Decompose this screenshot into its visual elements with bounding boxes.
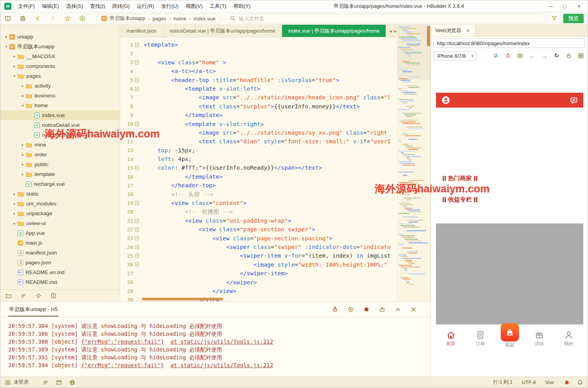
tree-item-home[interactable]: ▾home — [0, 101, 120, 110]
editor-tab[interactable]: index.vue | 帝启版本uniapp/pages/home — [282, 25, 386, 37]
tree-item-帝启版本uniapp[interactable]: ▾U帝启版本uniapp — [0, 42, 120, 51]
fold-toggle[interactable]: − — [135, 227, 139, 232]
expand-arrow-icon[interactable]: ▸ — [12, 201, 17, 206]
star-icon[interactable] — [64, 15, 71, 22]
expand-arrow-icon[interactable]: ▾ — [4, 44, 9, 49]
tree-item-uview-ui[interactable]: ▸uview-ui — [0, 218, 120, 228]
minimap[interactable] — [397, 25, 430, 301]
tree-item-pages[interactable]: ▾pages — [0, 71, 120, 81]
tree-item-pages.json[interactable]: [ ]pages.json — [0, 258, 120, 267]
console-link[interactable]: {"errMsg":"request:fail"} — [81, 362, 164, 368]
fold-toggle[interactable]: − — [135, 201, 139, 205]
editor-tab[interactable]: manifest.json — [120, 25, 163, 37]
expand-arrow-icon[interactable]: ▸ — [12, 192, 17, 196]
expand-arrow-icon[interactable]: ▸ — [20, 172, 26, 176]
chat-icon[interactable] — [570, 96, 578, 104]
tree-item-index.vue[interactable]: Vindex.vue — [0, 110, 120, 120]
nav-item-活动[interactable]: 活动 — [524, 325, 554, 352]
expand-arrow-icon[interactable]: ▸ — [12, 54, 17, 59]
debug-icon[interactable] — [332, 306, 339, 313]
new-folder-icon[interactable] — [5, 292, 12, 299]
tree-item-components[interactable]: ▸components — [0, 61, 120, 71]
fold-toggle[interactable]: − — [135, 254, 139, 258]
expand-arrow-icon[interactable]: ▸ — [12, 221, 17, 225]
stop-icon[interactable] — [363, 306, 370, 313]
nav-item-我的[interactable]: 我的 — [554, 325, 583, 352]
preview-button[interactable]: 预览 — [563, 14, 584, 23]
search-input[interactable] — [239, 16, 542, 22]
breadcrumb-item[interactable]: 帝启版本uniapp — [110, 15, 145, 22]
menu-跳转(G)[interactable]: 跳转(G) — [109, 0, 134, 12]
tree-item-noticeDetail.vue[interactable]: VnoticeDetail.vue — [0, 120, 120, 130]
tree-item-main.js[interactable]: JSmain.js — [0, 238, 120, 248]
menu-查找(I)[interactable]: 查找(I) — [86, 0, 108, 12]
tree-item-template[interactable]: ▸template — [0, 169, 120, 179]
menu-编辑(E)[interactable]: 编辑(E) — [38, 0, 62, 12]
collapse-icon[interactable] — [394, 306, 401, 313]
fold-toggle[interactable]: − — [135, 219, 139, 223]
horizontal-scrollbar[interactable] — [142, 298, 223, 300]
refresh-icon[interactable]: ↻ — [553, 52, 560, 59]
kill-icon[interactable] — [410, 306, 417, 313]
tree-item-public[interactable]: ▸public — [0, 159, 120, 169]
tree-item-App.vue[interactable]: VApp.vue — [0, 228, 120, 238]
fold-toggle[interactable]: − — [135, 43, 139, 47]
restart-icon[interactable] — [347, 306, 354, 313]
palette-icon[interactable] — [504, 52, 511, 59]
file-search-box[interactable] — [225, 14, 546, 23]
tree-item-noticeActivity.vue[interactable]: VnoticeActivity.vue — [0, 130, 120, 140]
breadcrumb-item[interactable]: pages — [152, 16, 166, 22]
minimize-button[interactable]: ─ — [544, 0, 558, 12]
expand-arrow-icon[interactable]: ▸ — [12, 211, 17, 216]
editor-tab[interactable]: noticeDetail.vue | 帝启版本uniapp/pages/home — [163, 25, 282, 37]
run-icon[interactable] — [79, 15, 86, 22]
menu-选择(S)[interactable]: 选择(S) — [62, 0, 86, 12]
expand-arrow-icon[interactable]: ▸ — [12, 64, 17, 68]
console-tab[interactable]: 帝启版本uniapp - H5 — [8, 302, 59, 317]
tree-item-recharge.vue[interactable]: Vrecharge.vue — [0, 179, 120, 189]
close-icon[interactable]: ✕ — [466, 28, 470, 33]
nav-item-商家[interactable]: 商家 — [495, 325, 524, 352]
url-input[interactable] — [433, 38, 585, 48]
expand-arrow-icon[interactable]: ▸ — [20, 84, 26, 88]
collapse-all-icon[interactable] — [20, 292, 27, 299]
menu-帮助(Y)[interactable]: 帮助(Y) — [230, 0, 254, 12]
expand-arrow-icon[interactable]: ▸ — [4, 35, 9, 39]
rotate-icon[interactable] — [492, 52, 499, 59]
locate-icon[interactable] — [35, 292, 42, 299]
tree-item-manifest.json[interactable]: { }manifest.json — [0, 248, 120, 258]
lock-icon[interactable] — [565, 52, 572, 59]
back-icon[interactable] — [34, 15, 41, 22]
encoding-indicator[interactable]: UTF-8 — [522, 380, 536, 385]
expand-arrow-icon[interactable]: ▸ — [20, 143, 26, 147]
menu-工具(T)[interactable]: 工具(T) — [206, 0, 230, 12]
avatar-icon[interactable] — [441, 95, 451, 105]
fold-toggle[interactable]: − — [135, 166, 139, 170]
expand-arrow-icon[interactable]: ▸ — [20, 93, 26, 98]
breadcrumb-item[interactable]: home — [174, 16, 187, 22]
tree-item-uniapp[interactable]: ▸Uuniapp — [0, 32, 120, 42]
fold-toggle[interactable]: − — [135, 122, 139, 126]
breadcrumb[interactable]: U 帝启版本uniapp›pages›home›index.vue — [97, 14, 220, 23]
language-mode[interactable]: Vue — [545, 380, 554, 385]
tab-scroll-right-icon[interactable]: ▸ — [394, 28, 396, 34]
expand-arrow-icon[interactable]: ▾ — [20, 103, 26, 108]
menu-视图(V)[interactable]: 视图(V) — [182, 0, 206, 12]
tree-item-README.en.md[interactable]: M↓README.en.md — [0, 267, 120, 277]
console-link[interactable]: at static/js/utils/Tools.js:212 — [170, 362, 273, 368]
browser-tab[interactable]: Web浏览器 ✕ — [431, 25, 475, 37]
fold-toggle[interactable]: − — [135, 245, 139, 249]
console-link[interactable]: at static/js/utils/Tools.js:212 — [170, 339, 273, 345]
console-link[interactable]: {"errMsg":"request:fail"} — [81, 339, 164, 345]
fold-toggle[interactable]: − — [135, 262, 139, 267]
save-icon[interactable] — [19, 15, 26, 22]
tree-item-activity[interactable]: ▸activity — [0, 81, 120, 91]
panes-icon[interactable] — [4, 15, 11, 22]
login-status[interactable]: 未登录 — [4, 379, 29, 386]
tree-item-README.md[interactable]: M↓README.md — [0, 277, 120, 287]
maximize-button[interactable]: □ — [558, 0, 572, 12]
menu-运行(R)[interactable]: 运行(R) — [133, 0, 158, 12]
forward-icon[interactable] — [49, 15, 56, 22]
fold-toggle[interactable]: − — [135, 236, 139, 240]
expand-arrow-icon[interactable]: ▸ — [20, 162, 26, 167]
